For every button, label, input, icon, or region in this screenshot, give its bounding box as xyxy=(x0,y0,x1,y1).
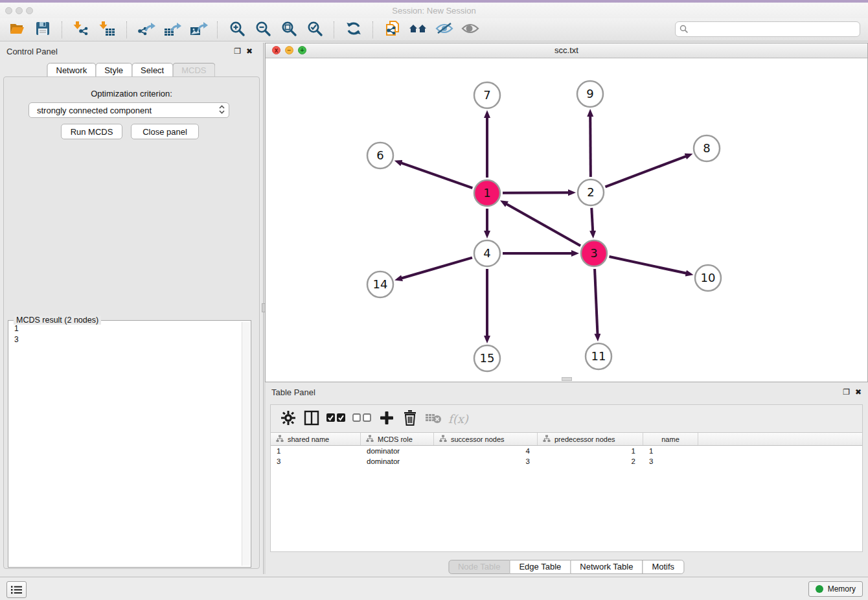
graph-node-3[interactable]: 3 xyxy=(581,240,607,266)
delete-column-button[interactable] xyxy=(399,408,421,430)
graph-edge-3-1[interactable] xyxy=(507,204,580,246)
memory-status-icon xyxy=(816,585,823,593)
hide-selected-button[interactable] xyxy=(433,20,456,40)
zoom-in-icon xyxy=(229,20,246,40)
table-panel-close-icon[interactable]: ✖ xyxy=(855,387,862,397)
table-cell: 2 xyxy=(538,457,643,465)
column-header-successor-nodes[interactable]: successor nodes xyxy=(434,433,538,445)
import-table-button[interactable] xyxy=(96,20,119,40)
eye-icon xyxy=(461,21,480,38)
column-header-label: MCDS role xyxy=(378,435,413,443)
graph-node-14[interactable]: 14 xyxy=(367,271,393,297)
column-selector-button[interactable] xyxy=(301,408,323,430)
function-builder-button: f(x) xyxy=(446,408,471,430)
columns-icon xyxy=(304,410,319,428)
application-window: Session: New Session Control Panel ❐ ✖ N… xyxy=(0,0,868,600)
table-body: 1dominator4113dominator323 xyxy=(271,446,862,467)
graph-node-11[interactable]: 11 xyxy=(586,343,611,369)
first-neighbors-button[interactable] xyxy=(407,20,430,40)
graph-node-15[interactable]: 15 xyxy=(474,345,500,371)
table-panel-float-icon[interactable]: ❐ xyxy=(843,387,850,397)
table-cell: 1 xyxy=(538,447,643,455)
column-header-MCDS-role[interactable]: MCDS role xyxy=(361,433,434,445)
graph-node-1[interactable]: 1 xyxy=(474,180,500,206)
search-input[interactable] xyxy=(691,24,860,34)
zoom-fit-button[interactable] xyxy=(277,20,301,40)
clone-network-button[interactable] xyxy=(381,20,404,40)
graph-edge-2-3[interactable] xyxy=(591,208,593,231)
import-network-icon xyxy=(73,20,91,40)
export-network-button[interactable] xyxy=(135,20,158,40)
graph-node-2[interactable]: 2 xyxy=(578,179,604,205)
tab-node-table[interactable]: Node Table xyxy=(448,560,510,574)
refresh-layout-button[interactable] xyxy=(342,20,365,40)
memory-button[interactable]: Memory xyxy=(808,581,863,597)
control-panel-float-icon[interactable]: ❐ xyxy=(234,47,241,56)
column-header-predecessor-nodes[interactable]: predecessor nodes xyxy=(538,433,643,445)
table-panel-title: Table Panel xyxy=(271,387,315,397)
graph-node-6[interactable]: 6 xyxy=(367,143,393,168)
graph-node-4[interactable]: 4 xyxy=(474,240,500,266)
zoom-fit-icon xyxy=(280,20,298,40)
table-settings-button[interactable] xyxy=(277,408,299,430)
zoom-out-button[interactable] xyxy=(251,20,275,40)
export-table-button[interactable] xyxy=(161,20,184,40)
column-header-shared-name[interactable]: shared name xyxy=(271,433,361,445)
network-window-titlebar[interactable]: x − + scc.txt xyxy=(266,43,867,58)
zoom-selected-button[interactable] xyxy=(303,20,326,40)
add-column-button[interactable] xyxy=(376,408,398,430)
show-all-button[interactable] xyxy=(459,20,482,40)
dropdown-selected-value: strongly connected component xyxy=(37,106,152,115)
graph-node-7[interactable]: 7 xyxy=(474,82,500,108)
memory-label: Memory xyxy=(828,584,856,594)
graph-node-10[interactable]: 10 xyxy=(695,265,721,291)
export-image-button[interactable] xyxy=(187,20,210,40)
tab-network-table[interactable]: Network Table xyxy=(570,560,643,574)
graph-edge-4-14[interactable] xyxy=(402,258,472,279)
column-header-label: successor nodes xyxy=(451,435,505,443)
tab-edge-table[interactable]: Edge Table xyxy=(509,560,571,574)
graph-edge-2-8[interactable] xyxy=(605,156,686,187)
deselect-all-rows-button[interactable] xyxy=(350,408,374,430)
table-row[interactable]: 3dominator323 xyxy=(271,456,862,467)
graph-node-8[interactable]: 8 xyxy=(694,135,720,161)
table-row[interactable]: 1dominator411 xyxy=(271,446,862,456)
save-session-button[interactable] xyxy=(31,20,54,40)
open-session-button[interactable] xyxy=(5,20,29,40)
run-mcds-button[interactable]: Run MCDS xyxy=(61,124,122,139)
import-network-button[interactable] xyxy=(70,20,93,40)
graph-node-label: 7 xyxy=(483,88,490,102)
mcds-result-text[interactable]: 13 xyxy=(9,322,242,566)
control-panel-tabs: NetworkStyleSelectMCDS xyxy=(47,63,215,78)
table-cell: dominator xyxy=(361,447,434,455)
optimization-criterion-dropdown[interactable]: strongly connected component xyxy=(29,102,229,118)
zoom-in-button[interactable] xyxy=(225,20,249,40)
search-box[interactable] xyxy=(675,21,860,37)
table-cell: 1 xyxy=(271,447,361,455)
network-canvas[interactable]: 7968124314101511 xyxy=(266,58,867,382)
tab-motifs[interactable]: Motifs xyxy=(642,560,684,574)
table-cell: 3 xyxy=(643,457,698,465)
control-panel-close-icon[interactable]: ✖ xyxy=(246,47,253,56)
tab-style[interactable]: Style xyxy=(95,63,132,78)
mcds-result-scrollbar[interactable] xyxy=(242,322,250,566)
graph-node-9[interactable]: 9 xyxy=(577,81,603,107)
table-panel: Table Panel ❐ ✖ f(x) shared nameMCDS rol… xyxy=(265,382,868,577)
graph-edge-1-6[interactable] xyxy=(401,163,472,188)
graph-edge-3-10[interactable] xyxy=(609,257,686,273)
graph-node-label: 1 xyxy=(483,186,490,200)
task-history-button[interactable] xyxy=(6,581,27,598)
close-panel-button[interactable]: Close panel xyxy=(131,124,199,139)
graph-edge-2-9[interactable] xyxy=(590,116,591,177)
graph-edge-1-2[interactable] xyxy=(503,192,569,193)
tab-select[interactable]: Select xyxy=(131,63,173,78)
select-all-rows-button[interactable] xyxy=(324,408,348,430)
tab-mcds[interactable]: MCDS xyxy=(172,63,215,78)
folder-open-icon xyxy=(8,20,25,39)
column-tree-icon xyxy=(366,435,374,444)
tab-network[interactable]: Network xyxy=(47,63,96,78)
canvas-resize-grip[interactable] xyxy=(562,377,572,381)
control-panel-title: Control Panel xyxy=(6,47,58,56)
column-header-name[interactable]: name xyxy=(643,433,698,445)
graph-edge-3-11[interactable] xyxy=(595,269,597,334)
